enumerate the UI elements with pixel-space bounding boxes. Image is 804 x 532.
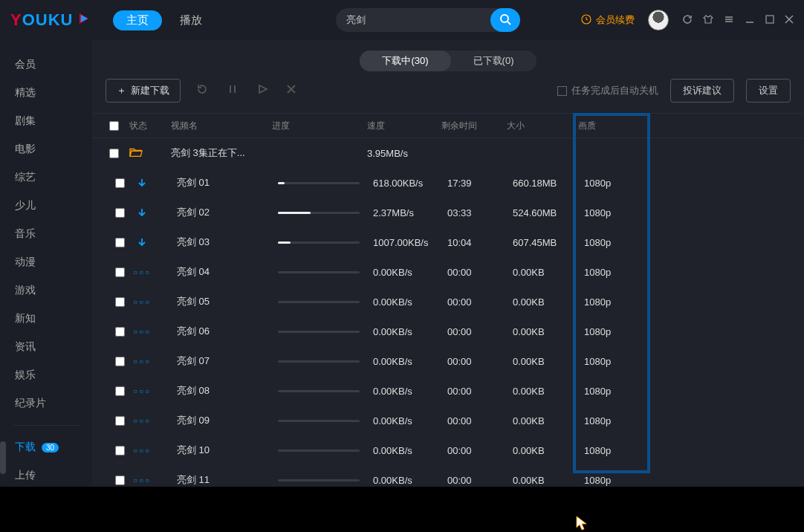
table-row[interactable]: ○○○亮剑 090.00KB/s00:000.00KB1080p [92,406,804,435]
row-name: 亮剑 09 [177,414,278,427]
row-name: 亮剑 01 [177,176,278,189]
row-checkbox[interactable] [115,238,125,247]
nav-play[interactable]: 播放 [180,13,202,27]
row-checkbox[interactable] [115,178,125,188]
pause-icon[interactable] [224,80,241,101]
sidebar-item[interactable]: 动漫 [0,248,92,276]
feedback-button[interactable]: 投诉建议 [670,79,734,103]
table-row[interactable]: ○○○亮剑 050.00KB/s00:000.00KB1080p [92,287,804,317]
auto-shutdown-toggle[interactable]: 任务完成后自动关机 [557,84,658,97]
restart-icon[interactable] [192,80,212,102]
refresh-icon[interactable] [682,14,693,27]
search-input[interactable] [336,15,490,26]
table-row[interactable]: ○○○亮剑 070.00KB/s00:000.00KB1080p [92,346,804,376]
plus-icon: ＋ [117,84,126,97]
app-window: YOUKU 主页 播放 会员续费 [0,0,804,487]
sidebar-item[interactable]: 新知 [0,305,92,333]
waiting-icon: ○○○ [135,473,149,487]
select-all-checkbox[interactable] [109,121,119,131]
window-controls [682,14,794,27]
settings-button[interactable]: 设置 [746,79,791,103]
waiting-icon: ○○○ [135,265,149,279]
avatar[interactable] [648,10,669,30]
sidebar-item[interactable]: 音乐 [0,220,92,248]
minimize-icon[interactable] [745,14,755,27]
sidebar-item[interactable]: 纪录片 [0,389,92,418]
row-speed: 0.00KB/s [373,356,447,367]
row-checkbox[interactable] [109,149,119,158]
table-row[interactable]: ○○○亮剑 080.00KB/s00:000.00KB1080p [92,376,804,406]
row-size: 524.60MB [513,207,584,218]
row-checkbox[interactable] [115,267,125,277]
delete-icon[interactable] [283,81,299,100]
row-remain: 03:33 [447,207,513,218]
top-bar: YOUKU 主页 播放 会员续费 [0,0,804,40]
row-quality: 1080p [584,267,639,278]
col-header-size: 大小 [507,120,578,132]
sidebar-item-upload[interactable]: 上传 [0,461,92,487]
row-speed: 0.00KB/s [373,445,447,456]
table-row[interactable]: 亮剑 022.37MB/s03:33524.60MB1080p [92,198,804,227]
table-row[interactable]: 亮剑 031007.00KB/s10:04607.45MB1080p [92,227,804,257]
waiting-icon: ○○○ [135,414,149,427]
maximize-icon[interactable] [765,14,774,26]
sidebar-item[interactable]: 综艺 [0,163,92,192]
sidebar: 会员精选剧集电影综艺少儿音乐动漫游戏新知资讯娱乐纪录片 下载 30 上传 [0,40,92,487]
table-row[interactable]: ○○○亮剑 040.00KB/s00:000.00KB1080p [92,257,804,287]
sidebar-upload-label: 上传 [15,469,36,482]
sidebar-item-download[interactable]: 下载 30 [0,433,92,461]
row-checkbox[interactable] [115,208,125,218]
topbar-right: 会员续费 [581,10,794,30]
sidebar-item-label: 电影 [15,143,36,156]
row-remain: 00:00 [447,326,513,337]
row-remain: 17:39 [447,178,513,189]
row-name: 亮剑 04 [177,265,278,279]
sidebar-item[interactable]: 电影 [0,135,92,163]
new-download-button[interactable]: ＋ 新建下载 [106,79,181,103]
shirt-icon[interactable] [703,14,713,27]
row-remain: 00:00 [447,445,513,456]
row-checkbox[interactable] [115,357,125,366]
tab-downloading[interactable]: 下载中(30) [360,51,450,71]
sidebar-item[interactable]: 少儿 [0,192,92,220]
sidebar-item[interactable]: 游戏 [0,276,92,305]
member-renew-link[interactable]: 会员续费 [581,13,635,27]
row-checkbox[interactable] [115,327,125,337]
sidebar-item[interactable]: 精选 [0,79,92,107]
table-header: 状态 视频名 进度 速度 剩余时间 大小 画质 [92,113,804,138]
sidebar-item[interactable]: 剧集 [0,107,92,135]
menu-icon[interactable] [724,14,734,27]
row-quality: 1080p [584,445,639,456]
row-speed: 1007.00KB/s [373,237,447,248]
tab-downloaded[interactable]: 已下载(0) [451,51,536,71]
table-row[interactable]: ○○○亮剑 110.00KB/s00:000.00KB1080p [92,465,804,487]
sidebar-item[interactable]: 资讯 [0,333,92,361]
search-icon [499,13,511,27]
sidebar-item[interactable]: 娱乐 [0,361,92,389]
search-button[interactable] [490,8,520,32]
row-checkbox[interactable] [115,386,125,396]
play-icon[interactable] [253,80,271,101]
row-quality: 1080p [584,237,639,248]
youku-logo[interactable]: YOUKU [10,10,91,30]
folder-row[interactable]: 亮剑 3集正在下... 3.95MB/s [92,138,804,168]
sidebar-item-label: 剧集 [15,114,36,128]
table-row[interactable]: ○○○亮剑 100.00KB/s00:000.00KB1080p [92,435,804,465]
close-icon[interactable] [785,14,794,26]
sidebar-item[interactable]: 会员 [0,51,92,79]
row-speed: 0.00KB/s [373,326,447,337]
row-checkbox[interactable] [115,416,125,426]
sidebar-item-label: 纪录片 [15,397,46,410]
progress-bar [278,301,360,303]
row-remain: 00:00 [447,415,513,426]
table-row[interactable]: 亮剑 01618.00KB/s17:39660.18MB1080p [92,168,804,198]
progress-bar [278,182,360,184]
table-row[interactable]: ○○○亮剑 060.00KB/s00:000.00KB1080p [92,317,804,346]
waiting-icon: ○○○ [135,354,149,368]
sidebar-scrollbar[interactable] [0,441,6,474]
row-checkbox[interactable] [115,476,125,485]
row-checkbox[interactable] [115,446,125,455]
row-checkbox[interactable] [115,297,125,307]
row-speed: 2.37MB/s [373,207,447,218]
nav-home[interactable]: 主页 [113,10,162,30]
